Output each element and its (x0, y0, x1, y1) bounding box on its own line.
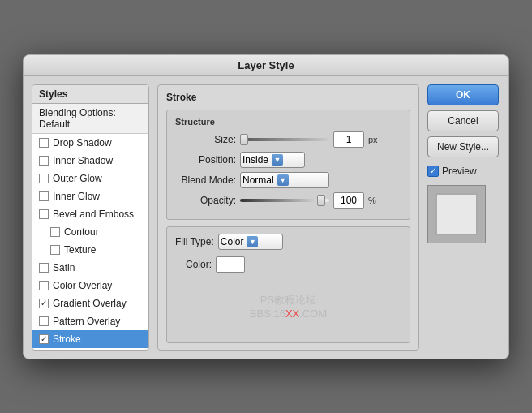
size-label: Size: (175, 134, 236, 145)
inner-shadow-checkbox[interactable] (39, 156, 49, 166)
color-swatch[interactable] (216, 256, 245, 273)
position-select-arrow[interactable]: ▼ (272, 154, 283, 166)
sidebar-item-drop-shadow[interactable]: Drop Shadow (32, 134, 148, 152)
size-slider-thumb[interactable] (240, 134, 248, 145)
sidebar-header: Styles (32, 85, 148, 104)
size-input[interactable] (333, 131, 364, 148)
sidebar-item-texture[interactable]: Texture (32, 241, 148, 259)
color-row: Color: (175, 256, 401, 273)
new-style-button[interactable]: New Style... (427, 136, 499, 157)
sidebar-item-outer-glow[interactable]: Outer Glow (32, 170, 148, 187)
sidebar-item-contour[interactable]: Contour (32, 223, 148, 241)
watermark-line2: BBS.16XX.COM (175, 308, 401, 320)
preview-label-row: ✓ Preview (427, 166, 500, 177)
preview-toggle-row: ✓ Preview (427, 166, 500, 177)
size-slider[interactable] (240, 138, 329, 141)
position-select[interactable]: Inside ▼ (240, 152, 305, 168)
preview-box (427, 185, 486, 243)
gradient-overlay-checkbox[interactable]: ✓ (39, 299, 49, 308)
watermark-line1: PS教程论坛 (175, 293, 401, 308)
opacity-label: Opacity: (175, 195, 236, 206)
texture-checkbox[interactable] (50, 245, 60, 255)
layer-style-dialog: Layer Style Styles Blending Options: Def… (23, 54, 509, 359)
fill-type-section: Fill Type: Color ▼ Color: PS教程论坛 (166, 226, 410, 343)
fill-type-select-arrow[interactable]: ▼ (247, 236, 258, 247)
structure-title: Structure (175, 117, 401, 127)
opacity-slider-thumb[interactable] (317, 195, 325, 206)
outer-glow-checkbox[interactable] (39, 174, 49, 183)
opacity-input[interactable] (333, 192, 364, 209)
dialog-titlebar: Layer Style (24, 55, 508, 76)
pattern-overlay-checkbox[interactable] (39, 316, 49, 326)
sidebar: Styles Blending Options: Default Drop Sh… (32, 84, 149, 351)
position-row: Position: Inside ▼ (175, 152, 401, 168)
sidebar-item-pattern-overlay[interactable]: Pattern Overlay (32, 312, 148, 330)
position-label: Position: (175, 154, 236, 166)
size-row: Size: px (175, 131, 401, 148)
dialog-title: Layer Style (238, 59, 294, 71)
bevel-emboss-checkbox[interactable] (39, 209, 49, 219)
sidebar-item-gradient-overlay[interactable]: ✓ Gradient Overlay (32, 295, 148, 312)
opacity-row: Opacity: % (175, 192, 401, 209)
structure-subsection: Structure Size: px Position: (166, 110, 410, 220)
sidebar-item-inner-glow[interactable]: Inner Glow (32, 187, 148, 205)
sidebar-item-satin[interactable]: Satin (32, 259, 148, 277)
sidebar-item-inner-shadow[interactable]: Inner Shadow (32, 152, 148, 170)
fill-type-select[interactable]: Color ▼ (218, 234, 283, 250)
blending-options-label: Blending Options: Default (39, 107, 142, 130)
sidebar-item-bevel-emboss[interactable]: Bevel and Emboss (32, 205, 148, 223)
blend-mode-row: Blend Mode: Normal ▼ (175, 172, 401, 188)
opacity-unit: % (368, 196, 376, 205)
blend-mode-label: Blend Mode: (175, 174, 236, 186)
ok-button[interactable]: OK (427, 84, 499, 105)
stroke-section: Stroke Structure Size: px (157, 84, 419, 351)
sidebar-item-stroke[interactable]: ✓ Stroke (32, 330, 148, 348)
inner-glow-checkbox[interactable] (39, 191, 49, 201)
preview-label-text: Preview (442, 166, 477, 177)
fill-type-label: Fill Type: (175, 236, 214, 247)
size-unit: px (368, 135, 378, 144)
color-label: Color: (175, 259, 212, 270)
contour-checkbox[interactable] (50, 227, 60, 237)
drop-shadow-checkbox[interactable] (39, 138, 49, 148)
stroke-section-title: Stroke (166, 92, 410, 103)
main-content: Stroke Structure Size: px (157, 84, 419, 351)
sidebar-item-color-overlay[interactable]: Color Overlay (32, 277, 148, 295)
preview-inner (437, 195, 476, 234)
blend-mode-select-arrow[interactable]: ▼ (277, 174, 289, 186)
stroke-checkbox[interactable]: ✓ (39, 334, 49, 344)
cancel-button[interactable]: Cancel (427, 110, 499, 131)
blend-mode-select[interactable]: Normal ▼ (240, 172, 329, 188)
satin-checkbox[interactable] (39, 263, 49, 273)
sidebar-item-blending-options[interactable]: Blending Options: Default (32, 104, 148, 134)
color-overlay-checkbox[interactable] (39, 281, 49, 290)
opacity-slider[interactable] (240, 199, 329, 202)
right-panel: OK Cancel New Style... ✓ Preview (427, 84, 500, 351)
preview-area: PS教程论坛 BBS.16XX.COM (175, 277, 401, 336)
fill-type-row: Fill Type: Color ▼ (175, 234, 401, 250)
preview-checkbox[interactable]: ✓ (427, 166, 439, 177)
